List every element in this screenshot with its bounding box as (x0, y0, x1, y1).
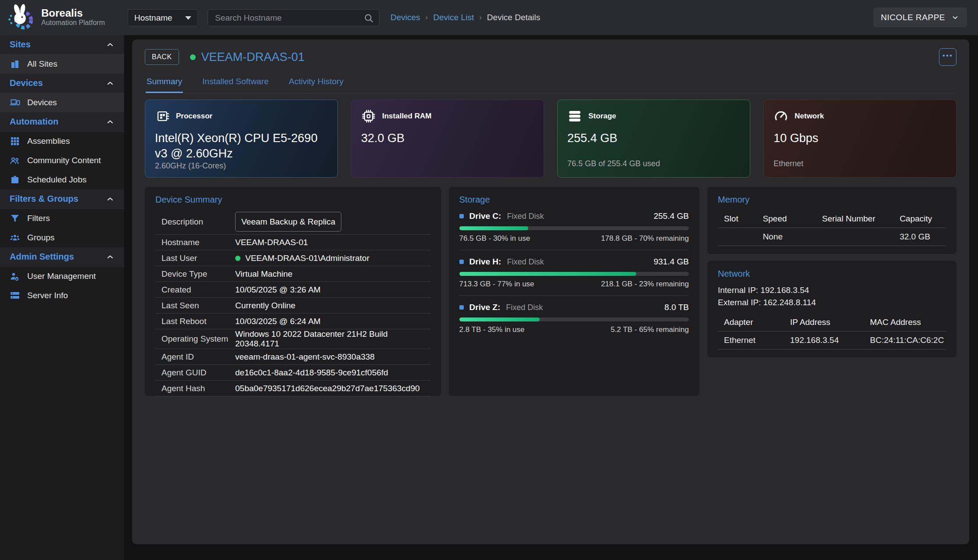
memory-table: SlotSpeedSerial NumberCapacityNone32.0 G… (718, 210, 946, 246)
tab-installed-software[interactable]: Installed Software (201, 73, 269, 93)
processor-card: Processor Intel(R) Xeon(R) CPU E5-2690 v… (145, 100, 338, 178)
table-cell (816, 228, 894, 246)
internal-ip: Internal IP: 192.168.3.54 (718, 284, 946, 296)
drive-remaining: 218.1 GB - 23% remaining (601, 280, 689, 289)
sidebar-item-label: Assemblies (27, 136, 70, 146)
summary-label: Operating System (161, 334, 235, 344)
drive-used: 713.3 GB - 77% in use (459, 280, 534, 289)
sidebar-item-user-management[interactable]: User Management (0, 267, 124, 286)
sidebar-item-groups[interactable]: Groups (0, 228, 124, 247)
tab-summary[interactable]: Summary (146, 73, 183, 93)
panel-title: Network (718, 269, 946, 279)
stat-label: Processor (176, 112, 212, 121)
drive-size: 931.4 GB (654, 257, 689, 267)
back-button[interactable]: BACK (145, 49, 179, 65)
server-icon (10, 290, 20, 301)
search-input[interactable] (215, 13, 363, 23)
search-icon (363, 13, 374, 23)
table-cell: None (756, 228, 816, 246)
gauge-icon (774, 109, 788, 124)
sidebar-item-filters[interactable]: Filters (0, 209, 124, 228)
sidebar-item-scheduled-jobs[interactable]: Scheduled Jobs (0, 170, 124, 189)
sidebar-section-sites: SitesAll Sites (0, 35, 124, 74)
panel-title: Memory (718, 195, 946, 205)
sidebar-item-label: All Sites (27, 59, 57, 69)
sidebar-section-header-sites[interactable]: Sites (0, 35, 124, 54)
search-field-dropdown[interactable]: Hostname (128, 9, 198, 26)
drive-remaining: 5.2 TB - 65% remaining (611, 325, 689, 334)
summary-label: Last User (161, 253, 235, 263)
drive-name: Drive H: (469, 257, 502, 267)
sidebar-section-header-devices[interactable]: Devices (0, 74, 124, 93)
summary-row-last-reboot: Last Reboot10/03/2025 @ 6:24 AM (155, 314, 430, 329)
sidebar-section-header-admin-settings[interactable]: Admin Settings (0, 247, 124, 267)
drive-drive-h: Drive H:Fixed Disk931.4 GB713.3 GB - 77%… (459, 250, 689, 296)
description-input[interactable] (235, 212, 341, 232)
user-menu-button[interactable]: NICOLE RAPPE (873, 7, 967, 27)
drive-name: Drive Z: (469, 303, 501, 312)
breadcrumb-devices[interactable]: Devices (390, 13, 420, 22)
table-cell: 32.0 GB (893, 228, 946, 246)
drive-used: 76.5 GB - 30% in use (459, 234, 530, 243)
table-cell: BC:24:11:CA:C6:2C (864, 332, 946, 350)
sidebar-section-filters-groups: Filters & GroupsFiltersGroups (0, 189, 124, 247)
summary-row-device-type: Device TypeVirtual Machine (155, 266, 430, 282)
breadcrumb: Devices › Device List › Device Details (390, 0, 540, 35)
installed-ram-card: Installed RAM 32.0 GB (351, 100, 544, 178)
memory-panel: Memory SlotSpeedSerial NumberCapacityNon… (707, 187, 957, 254)
stat-cards: Processor Intel(R) Xeon(R) CPU E5-2690 v… (145, 100, 957, 178)
topbar: Borealis Automation Platform Hostname De… (0, 0, 978, 35)
summary-row-created: Created10/05/2025 @ 3:26 AM (155, 282, 430, 298)
summary-value: Windows 10 2022 Datacenter 21H2 Build 20… (235, 329, 430, 349)
table-header-adapter: Adapter (718, 314, 784, 332)
device-title: VEEAM-DRAAS-01 (201, 50, 305, 64)
device-summary-table: DescriptionHostnameVEEAM-DRAAS-01Last Us… (155, 209, 430, 396)
sidebar-item-assemblies[interactable]: Assemblies (0, 132, 124, 151)
breadcrumb-separator: › (479, 13, 482, 22)
table-header-serial-number: Serial Number (816, 210, 894, 228)
content-area: BACK VEEAM-DRAAS-01 ••• Summary Installe… (124, 35, 978, 560)
panel-title: Device Summary (155, 195, 430, 205)
summary-row-last-seen: Last SeenCurrently Online (155, 298, 430, 314)
tab-bar: Summary Installed Software Activity Hist… (145, 73, 957, 93)
brand: Borealis Automation Platform (6, 3, 105, 32)
tab-activity-history[interactable]: Activity History (288, 73, 344, 93)
summary-value: de16c0c1-8aa2-4d18-9585-9ce91cf056fd (235, 368, 388, 378)
more-actions-button[interactable]: ••• (939, 48, 957, 66)
drive-bullet-icon (459, 214, 464, 218)
drive-stats: 76.5 GB - 30% in use178.8 GB - 70% remai… (459, 234, 689, 243)
sidebar-item-all-sites[interactable]: All Sites (0, 54, 124, 74)
sidebar-item-label: User Management (27, 271, 96, 281)
drive-bullet-icon (459, 305, 464, 310)
summary-row-agent-id: Agent IDveeam-draas-01-agent-svc-8930a33… (155, 349, 430, 365)
sidebar-item-community-content[interactable]: Community Content (0, 151, 124, 170)
summary-row-agent-guid: Agent GUIDde16c0c1-8aa2-4d18-9585-9ce91c… (155, 365, 430, 381)
stat-sub: Ethernet (774, 159, 946, 168)
table-header-ip-address: IP Address (784, 314, 864, 332)
sidebar-item-devices[interactable]: Devices (0, 93, 124, 112)
drive-usage-bar (459, 272, 689, 276)
drive-usage-fill (459, 226, 528, 230)
sidebar-section-header-automation[interactable]: Automation (0, 112, 124, 132)
drive-header: Drive C:Fixed Disk255.4 GB (459, 211, 689, 221)
summary-label: Device Type (161, 269, 235, 279)
user-gear-icon (10, 271, 20, 282)
sidebar-section-header-filters-groups[interactable]: Filters & Groups (0, 189, 124, 209)
device-header: BACK VEEAM-DRAAS-01 ••• (145, 47, 957, 67)
drive-header: Drive H:Fixed Disk931.4 GB (459, 257, 689, 267)
sidebar-item-server-info[interactable]: Server Info (0, 286, 124, 305)
breadcrumb-device-list[interactable]: Device List (433, 13, 474, 22)
chevron-up-icon (106, 79, 115, 88)
summary-value: VEEAM-DRAAS-01\Administrator (235, 253, 369, 263)
table-cell: Ethernet (718, 332, 784, 350)
external-ip: External IP: 162.248.8.114 (718, 296, 946, 309)
table-header-speed: Speed (756, 210, 816, 228)
storage-stack-icon (567, 109, 582, 124)
drive-type: Fixed Disk (507, 257, 544, 267)
search-box[interactable] (208, 9, 380, 26)
network-adapter-table: AdapterIP AddressMAC AddressEthernet192.… (718, 314, 946, 350)
drive-usage-bar (459, 317, 689, 321)
drive-name: Drive C: (469, 211, 502, 221)
drive-used: 2.8 TB - 35% in use (459, 325, 525, 334)
search-field-dropdown-value: Hostname (134, 13, 172, 23)
